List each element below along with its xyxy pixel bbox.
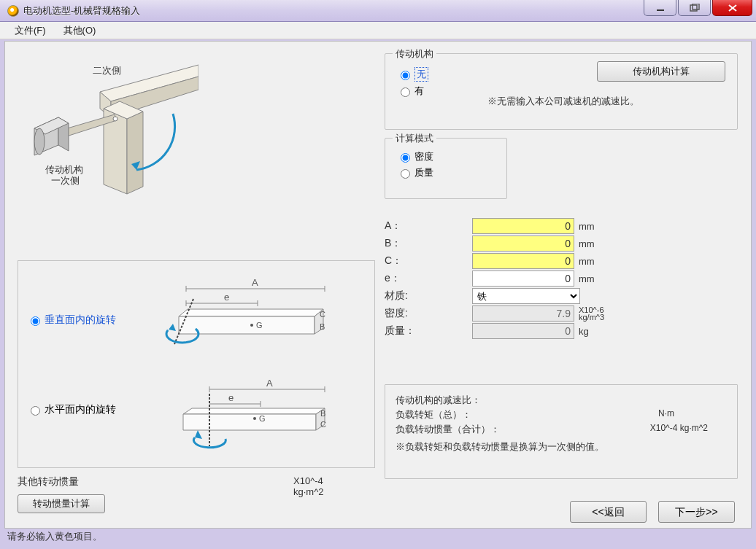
svg-text:B: B: [320, 409, 325, 418]
calcmode-fieldset: 计算模式 密度 质量: [385, 138, 507, 199]
field-c: C： mm: [385, 253, 676, 269]
client-area: 二次側 传动机构 一次侧 垂直面内的旋转: [4, 41, 752, 529]
svg-marker-35: [169, 324, 176, 331]
radio-horizontal-label: 水平面内的旋转: [45, 403, 116, 416]
svg-text:A: A: [252, 277, 258, 288]
field-c-label: C：: [385, 254, 472, 268]
back-button[interactable]: <<返回: [570, 501, 647, 523]
bar-diagram-vertical: A e C B G: [150, 277, 336, 357]
svg-marker-43: [183, 408, 325, 414]
svg-text:C: C: [320, 420, 326, 429]
input-e[interactable]: [472, 270, 574, 287]
svg-rect-1: [690, 5, 697, 11]
field-c-unit: mm: [579, 256, 595, 267]
titlebar: 电动机选型-机械臂规格输入: [0, 0, 756, 22]
svg-marker-26: [179, 309, 323, 316]
radio-mode-mass-label: 质量: [414, 166, 433, 179]
svg-marker-51: [195, 430, 202, 439]
field-b-unit: mm: [579, 238, 595, 249]
field-b: B： mm: [385, 235, 676, 252]
svg-rect-2: [693, 4, 699, 9]
input-a[interactable]: [472, 218, 574, 234]
radio-transmission-none-label: 无: [414, 67, 428, 82]
transmission-fieldset: 传动机构 无 有 传动机构计算 ※无需输入本公司减速机的减速比。: [385, 53, 738, 130]
radio-mode-density[interactable]: 密度: [397, 150, 433, 163]
radio-vertical-input[interactable]: [31, 316, 40, 326]
window-maximize-button[interactable]: [678, 0, 711, 16]
svg-point-48: [253, 417, 256, 420]
input-mass: [472, 323, 574, 339]
field-density-unit: X10^-6 kg/m^3: [579, 306, 622, 321]
field-e-unit: mm: [579, 273, 595, 284]
svg-point-12: [113, 117, 117, 121]
output-note: ※负载转矩和负载转动惯量是换算为一次侧的值。: [396, 440, 604, 453]
field-b-label: B：: [385, 237, 472, 250]
radio-horizontal-rotation[interactable]: 水平面内的旋转: [27, 403, 116, 416]
radio-transmission-none-input[interactable]: [401, 71, 410, 80]
window-close-button[interactable]: [712, 0, 752, 16]
input-b[interactable]: [472, 235, 574, 252]
radio-mode-density-input[interactable]: [401, 153, 410, 163]
diagram-label-secondary: 二次側: [93, 65, 121, 76]
radio-transmission-has-input[interactable]: [401, 87, 410, 97]
field-a-label: A：: [385, 219, 472, 233]
svg-marker-9: [127, 112, 143, 194]
field-density: 密度: X10^-6 kg/m^3: [385, 305, 676, 322]
field-material: 材质: 铁: [385, 288, 676, 304]
other-inertia-block: 其他转动惯量 X10^-4 kg·m^2 转动惯量计算: [18, 475, 105, 513]
calcmode-legend: 计算模式: [393, 132, 436, 145]
field-material-label: 材质:: [385, 289, 472, 303]
output-inertia-label: 负载转动惯量（合计）：: [396, 423, 549, 436]
radio-vertical-label: 垂直面内的旋转: [45, 314, 116, 327]
other-inertia-label: 其他转动惯量: [18, 475, 79, 487]
rotation-fieldset: 垂直面内的旋转 水平面内的旋转 A e C B G A: [18, 260, 375, 468]
field-e-label: e：: [385, 272, 472, 285]
window-minimize-button[interactable]: [644, 0, 676, 16]
svg-text:G: G: [256, 321, 263, 330]
radio-horizontal-input[interactable]: [31, 406, 40, 416]
field-a-unit: mm: [579, 221, 595, 232]
field-e: e： mm: [385, 270, 676, 287]
field-mass-unit: kg: [579, 326, 589, 337]
diagram-label-primary2: 一次侧: [51, 175, 80, 186]
svg-point-31: [250, 324, 253, 327]
radio-mode-density-label: 密度: [414, 150, 433, 163]
select-material[interactable]: 铁: [472, 288, 580, 304]
svg-text:e: e: [224, 292, 229, 303]
nav-buttons: <<返回 下一步>>: [570, 501, 735, 523]
svg-text:C: C: [320, 310, 325, 319]
output-ratio-label: 传动机构的减速比：: [396, 394, 556, 407]
radio-transmission-has-label: 有: [414, 85, 424, 98]
status-bar: 请务必输入黄色项目。: [4, 530, 752, 545]
svg-text:e: e: [228, 392, 234, 403]
radio-mode-mass-input[interactable]: [401, 169, 410, 179]
radio-vertical-rotation[interactable]: 垂直面内的旋转: [27, 314, 116, 327]
dimension-inputs: A： mm B： mm C： mm e： mm 材质: 铁 密度:: [385, 217, 676, 340]
menu-other[interactable]: 其他(O): [55, 22, 105, 39]
next-button[interactable]: 下一步>>: [658, 501, 735, 523]
diagram-label-primary1: 传动机构: [45, 164, 83, 175]
svg-text:G: G: [259, 414, 266, 423]
output-inertia-unit: X10^-4 kg·m^2: [650, 423, 727, 433]
calc-transmission-button[interactable]: 传动机构计算: [597, 61, 725, 82]
output-torque-label: 负载转矩（总）：: [396, 408, 556, 421]
output-box: 传动机构的减速比： 负载转矩（总）： N·m 负载转动惯量（合计）： X10^-…: [385, 384, 738, 479]
svg-text:B: B: [320, 322, 325, 331]
input-c[interactable]: [472, 253, 574, 269]
svg-marker-27: [179, 316, 315, 334]
radio-transmission-none[interactable]: 无: [397, 67, 428, 82]
bar-diagram-horizontal: A e B C G: [150, 378, 336, 458]
field-mass: 质量： kg: [385, 323, 676, 339]
app-icon: [7, 5, 19, 17]
other-inertia-unit: X10^-4 kg·m^2: [293, 475, 324, 497]
svg-point-16: [34, 128, 45, 155]
calc-inertia-button[interactable]: 转动惯量计算: [18, 494, 105, 513]
menubar: 文件(F) 其他(O): [0, 22, 756, 39]
output-torque-unit: N·m: [658, 408, 674, 418]
radio-mode-mass[interactable]: 质量: [397, 166, 433, 179]
window-title: 电动机选型-机械臂规格输入: [23, 4, 140, 17]
input-density: [472, 305, 574, 322]
transmission-legend: 传动机构: [393, 47, 436, 61]
menu-file[interactable]: 文件(F): [6, 22, 55, 39]
radio-transmission-has[interactable]: 有: [397, 85, 428, 98]
